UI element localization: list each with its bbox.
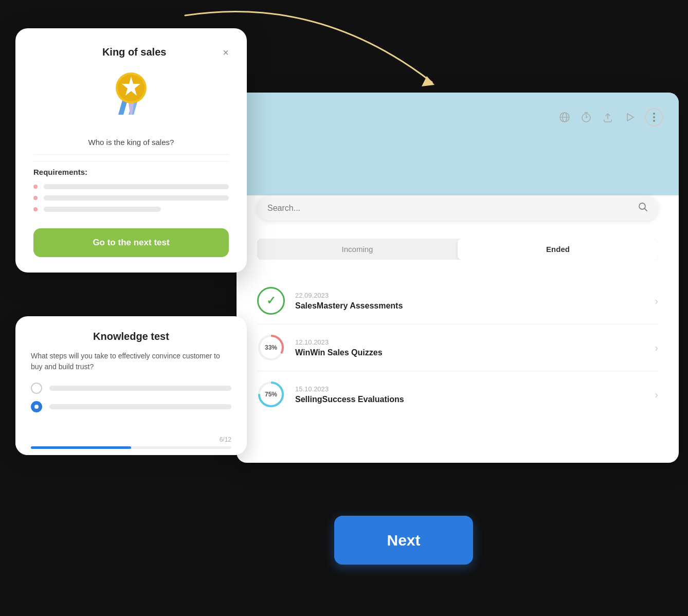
- requirement-item: [33, 207, 229, 212]
- app-body: Incoming Ended ✓ 22.09.2023 SalesMastery…: [237, 195, 679, 438]
- tab-ended[interactable]: Ended: [458, 239, 658, 260]
- menu-dot: [653, 120, 655, 122]
- radio-inner: [34, 405, 39, 409]
- list-item[interactable]: 33% 12.10.2023 WinWin Sales Quizzes ›: [257, 324, 658, 371]
- next-button[interactable]: Next: [334, 516, 473, 565]
- progress-bar-fill: [31, 446, 131, 449]
- assessment-date: 22.09.2023: [295, 292, 655, 299]
- req-line: [44, 184, 229, 189]
- req-line: [44, 195, 229, 201]
- assessment-date: 15.10.2023: [295, 385, 655, 393]
- assessment-name: SalesMastery Assessments: [295, 301, 655, 311]
- assessment-name: WinWin Sales Quizzes: [295, 348, 655, 357]
- svg-line-10: [645, 209, 647, 211]
- answer-option-1[interactable]: [31, 383, 231, 394]
- next-button-label: Next: [387, 532, 420, 549]
- checkmark-icon: ✓: [266, 294, 276, 307]
- search-input[interactable]: [267, 204, 638, 213]
- chevron-right-icon: ›: [655, 389, 658, 401]
- assessment-name: SellingSuccess Evaluations: [295, 395, 655, 404]
- svg-marker-0: [422, 76, 434, 86]
- upload-icon: [602, 111, 614, 123]
- chevron-right-icon: ›: [655, 295, 658, 307]
- requirement-item: [33, 195, 229, 201]
- assessment-info: 15.10.2023 SellingSuccess Evaluations: [295, 385, 655, 404]
- requirement-item: [33, 184, 229, 189]
- chevron-right-icon: ›: [655, 342, 658, 354]
- list-item[interactable]: 75% 15.10.2023 SellingSuccess Evaluation…: [257, 371, 658, 418]
- close-button[interactable]: ×: [223, 47, 229, 58]
- radio-checked: [31, 401, 42, 412]
- modal-divider-2: [33, 161, 229, 161]
- modal-divider: [33, 154, 229, 155]
- menu-icon[interactable]: [645, 108, 663, 126]
- play-icon: [623, 111, 636, 123]
- req-dot: [33, 185, 38, 189]
- list-item[interactable]: ✓ 22.09.2023 SalesMastery Assessments ›: [257, 278, 658, 324]
- req-dot: [33, 196, 38, 200]
- answer-line: [49, 404, 231, 409]
- go-next-button[interactable]: Go to the next test: [33, 228, 229, 257]
- modal-title: King of sales: [102, 46, 166, 58]
- search-bar: [257, 195, 658, 221]
- assessment-info: 22.09.2023 SalesMastery Assessments: [295, 292, 655, 311]
- progress-circle-33: 33%: [257, 334, 285, 361]
- svg-marker-8: [627, 114, 633, 121]
- medal-container: [33, 68, 229, 125]
- achievement-modal: King of sales × Who is the king of sales…: [15, 28, 247, 273]
- card-footer: 6/12: [15, 431, 247, 455]
- answer-line: [49, 386, 231, 391]
- tab-incoming[interactable]: Incoming: [257, 239, 458, 260]
- knowledge-question: What steps will you take to effectively …: [31, 351, 231, 372]
- app-panel: Incoming Ended ✓ 22.09.2023 SalesMastery…: [237, 93, 679, 463]
- header-icons: [558, 108, 663, 126]
- knowledge-card: Knowledge test What steps will you take …: [15, 316, 247, 455]
- search-icon[interactable]: [638, 202, 648, 214]
- req-line-short: [44, 207, 161, 212]
- requirements-label: Requirements:: [33, 168, 229, 176]
- progress-text: 33%: [265, 344, 277, 351]
- modal-header: King of sales ×: [33, 46, 229, 58]
- progress-counter: 6/12: [31, 436, 231, 443]
- progress-bar-bg: [31, 446, 231, 449]
- menu-dot: [653, 113, 655, 115]
- assessment-info: 12.10.2023 WinWin Sales Quizzes: [295, 338, 655, 357]
- medal-icon: [105, 68, 157, 125]
- assessment-list: ✓ 22.09.2023 SalesMastery Assessments › …: [257, 283, 658, 423]
- assessment-date: 12.10.2023: [295, 338, 655, 346]
- req-dot: [33, 207, 38, 211]
- tabs-row: Incoming Ended: [257, 239, 658, 260]
- progress-text: 75%: [265, 391, 277, 398]
- complete-circle: ✓: [257, 287, 285, 315]
- app-header: [237, 93, 679, 195]
- answer-option-2[interactable]: [31, 401, 231, 412]
- radio-unchecked: [31, 383, 42, 394]
- knowledge-card-title: Knowledge test: [31, 331, 231, 342]
- progress-circle-75: 75%: [257, 381, 285, 408]
- modal-question: Who is the king of sales?: [33, 138, 229, 147]
- menu-dot: [653, 116, 655, 118]
- globe-icon: [558, 111, 571, 123]
- timer-icon: [580, 111, 592, 123]
